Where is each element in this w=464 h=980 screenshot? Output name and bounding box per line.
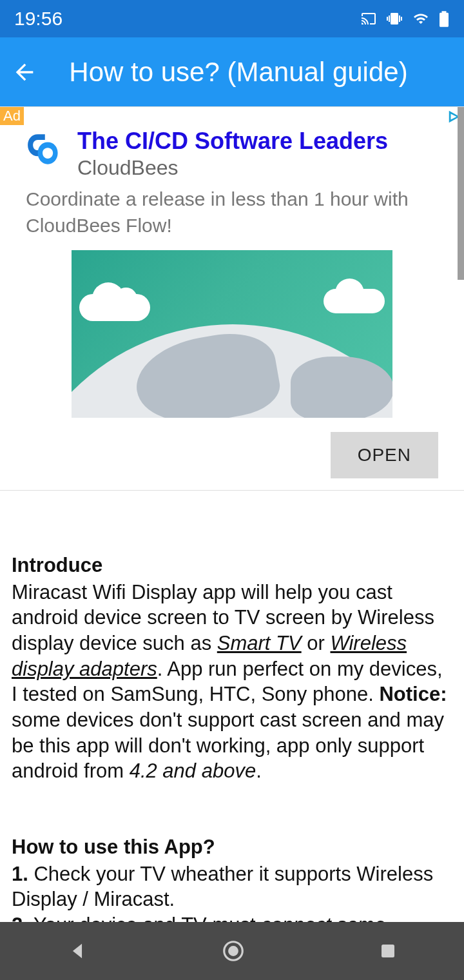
svg-point-1	[228, 946, 238, 956]
nav-home-icon[interactable]	[221, 939, 246, 963]
nav-back-icon[interactable]	[66, 940, 88, 962]
introduce-heading: Introduce	[12, 553, 452, 578]
howto-heading: How to use this App?	[12, 834, 452, 860]
step-1: 1. Check your TV wheather it supports Wi…	[12, 861, 452, 912]
wifi-icon	[411, 11, 430, 26]
status-bar: 19:56	[0, 0, 464, 37]
battery-icon	[438, 10, 450, 28]
page-title: How to use? (Manual guide)	[57, 57, 452, 88]
nav-recent-icon[interactable]	[378, 941, 398, 961]
app-bar: How to use? (Manual guide)	[0, 37, 464, 106]
ad-open-button[interactable]: OPEN	[331, 432, 438, 478]
introduce-paragraph: Miracast Wifi Display app will help you …	[12, 580, 452, 784]
scrollbar[interactable]	[458, 107, 464, 280]
ad-badge: Ad	[0, 107, 24, 125]
back-arrow-icon[interactable]	[12, 59, 37, 85]
ad-headline: The CI/CD Software Leaders	[77, 128, 388, 155]
navigation-bar	[0, 922, 464, 980]
main-content: Introduce Miracast Wifi Display app will…	[0, 491, 464, 963]
ad-logo-icon	[26, 130, 66, 170]
ad-advertiser: CloudBees	[77, 156, 388, 180]
svg-rect-2	[382, 945, 394, 957]
status-icons	[360, 10, 450, 28]
ad-description: Coordinate a release in less than 1 hour…	[0, 180, 464, 239]
status-time: 19:56	[14, 8, 63, 30]
link-smart-tv[interactable]: Smart TV	[217, 632, 302, 654]
vibrate-icon	[385, 11, 403, 26]
cast-icon	[360, 11, 378, 26]
ad-banner[interactable]: Ad The CI/CD Software Leaders CloudBees …	[0, 106, 464, 491]
ad-creative-image	[72, 250, 392, 418]
